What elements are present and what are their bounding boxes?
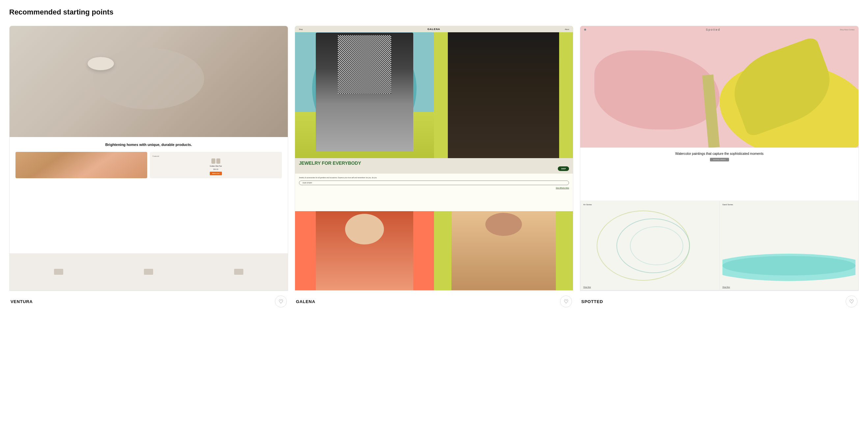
spotted-preview: Spotted Shop About Contact Watercolor pa… [580,26,859,291]
galena-bottom-model-left [316,211,413,291]
ventura-footer-item-1 [54,269,63,275]
ventura-hero-image [9,26,288,137]
ventura-favorite-button[interactable]: ♡ [275,296,287,307]
galena-favorite-button[interactable]: ♡ [560,296,572,307]
spotted-sand-watercolor [722,207,856,285]
card-spotted[interactable]: Spotted Shop About Contact Watercolor pa… [580,26,859,312]
galena-card-footer: GALENA ♡ [295,291,574,312]
galena-logo: GALENA [427,28,440,31]
galena-see-whats-new[interactable]: See What's New [299,187,569,189]
ventura-body: Brightening homes with unique, durable p… [9,137,288,253]
galena-preview: Shop GALENA About JEWELRY FOR [295,26,574,291]
ventura-card-name: VENTURA [10,299,33,304]
ventura-preview: Ventura Shop About Contact Stockists Bri… [9,26,288,291]
galena-nav: Shop GALENA About [295,26,573,32]
card-ventura[interactable]: Ventura Shop About Contact Stockists Bri… [9,26,288,312]
ventura-footer-strip [9,253,288,290]
spotted-favorite-button[interactable]: ♡ [846,296,858,307]
galena-bottom-left [295,211,434,291]
ventura-mugs [211,158,220,164]
galena-headline: JEWELRY FOR EVERYBODY [299,161,569,165]
ventura-product-name: Golden Mist Pair [210,165,222,167]
ventura-products: Featured Golden Mist Pair $50.00 Add to … [16,152,282,178]
spotted-card-footer: SPOTTED ♡ [580,291,859,312]
ventura-footer-item-3 [234,269,243,275]
galena-model-right [448,26,559,158]
ventura-tagline: Brightening homes with unique, durable p… [16,142,282,147]
spotted-nav: Spotted Shop About Contact [580,26,859,33]
spotted-air-watercolor [583,207,716,285]
spotted-logo: Spotted [706,28,720,31]
card-galena[interactable]: Shop GALENA About JEWELRY FOR [295,26,574,312]
spotted-sand-series: Sand Series Shop Now [719,201,859,291]
galena-bottom-section [295,211,573,291]
ventura-footer-thumb-1 [54,269,63,275]
spotted-bottom-series: Air Series Shop Now Sand Series Shop Now [580,201,859,291]
galena-hero-left [295,26,434,158]
spotted-pink-shape [594,51,719,129]
galena-our-story-button[interactable]: OUR STORY [299,181,569,185]
galena-headline-section: JEWELRY FOR EVERYBODY SHOP [295,158,573,174]
ventura-product-right: Featured Golden Mist Pair $50.00 Add to … [150,152,282,178]
ventura-bowl-object [88,57,114,70]
spotted-air-shop-now[interactable]: Shop Now [583,286,716,288]
galena-model2 [452,211,556,291]
spotted-arc-3 [630,226,683,265]
spotted-sand-series-title: Sand Series [722,204,856,206]
ventura-featured-label: Featured [152,155,159,157]
ventura-card-footer: VENTURA ♡ [9,291,288,312]
galena-hero [295,26,573,158]
galena-hero-right [434,26,573,158]
spotted-wave-2 [722,256,856,275]
spotted-middle: Watercolor paintings that capture the so… [580,148,859,200]
ventura-footer-item-2 [144,269,153,275]
galena-description: Jewelry & accessories for all genders an… [299,176,569,179]
galena-body: Jewelry & accessories for all genders an… [295,174,573,211]
galena-checkered-dress [338,35,392,94]
galena-shop-button[interactable]: SHOP [558,167,569,171]
spotted-hero: Spotted Shop About Contact [580,26,859,148]
galena-card-name: GALENA [296,299,315,304]
spotted-card-name: SPOTTED [581,299,603,304]
galena-nav-shop: Shop [299,28,303,30]
galena-model-face-left [345,214,384,244]
spotted-sand-shop-now[interactable]: Shop Now [722,286,856,288]
page-title: Recommended starting points [9,8,859,17]
ventura-product-image-left [16,152,147,178]
galena-nav-about: About [565,28,569,30]
ventura-footer-thumb-3 [234,269,243,275]
spotted-nav-links: Shop About Contact [840,29,855,31]
ventura-mug-1 [211,158,215,164]
galena-bottom-right [434,211,573,291]
spotted-air-series-title: Air Series [583,204,716,206]
galena-model-left [316,33,413,152]
spotted-dot [584,29,586,31]
template-grid: Ventura Shop About Contact Stockists Bri… [9,26,859,312]
ventura-footer-thumb-2 [144,269,153,275]
spotted-tagline: Watercolor paintings that capture the so… [675,152,764,156]
galena-model-face-right [485,213,522,236]
spotted-air-series: Air Series Shop Now [580,201,719,291]
ventura-mug-2 [216,158,220,164]
ventura-add-to-cart: Add to Cart [210,172,222,175]
ventura-product-price: $50.00 [213,168,218,170]
spotted-shop-all-button[interactable]: SHOP ALL PRINTS [710,158,729,161]
